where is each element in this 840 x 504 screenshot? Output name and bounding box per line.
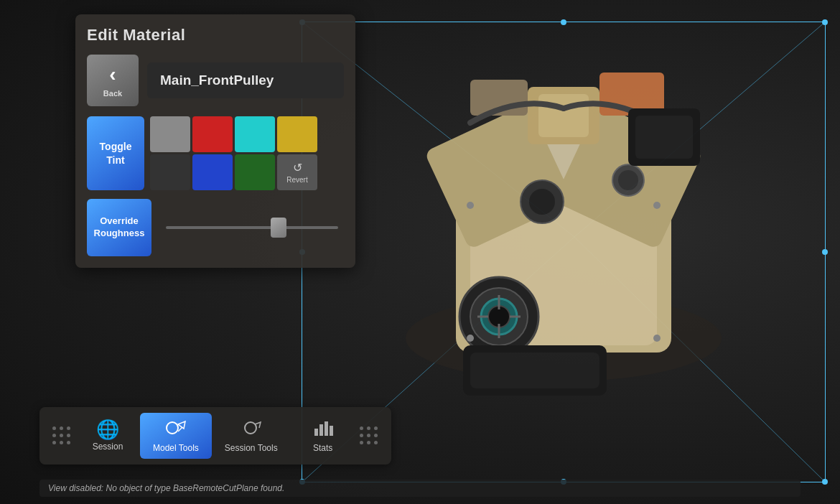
swatch-revert[interactable]: ↺ Revert [277,154,317,190]
toolbar-right-dots [355,426,383,445]
svg-point-25 [618,170,638,190]
svg-point-30 [467,335,474,342]
session-tools-icon [241,419,262,440]
svg-rect-33 [470,353,599,388]
dot [374,441,378,444]
swatch-cyan[interactable] [235,116,275,152]
svg-rect-40 [325,421,328,436]
toggle-tint-label: ToggleTint [100,140,132,166]
dot [60,426,63,430]
dot [67,441,70,444]
dot [52,426,56,430]
dot [360,426,363,430]
dot [374,434,378,437]
svg-rect-41 [330,426,333,436]
override-roughness-label: OverrideRoughness [94,215,145,240]
swatch-dark[interactable] [150,154,190,190]
globe-icon: 🌐 [96,420,119,439]
colors-section: ToggleTint ↺ Revert [87,116,344,190]
engine-model [309,36,818,461]
swatch-red[interactable] [192,116,233,152]
stats-icon [313,419,333,440]
roughness-thumb[interactable] [271,218,286,238]
toolbar-item-stats[interactable]: Stats [291,413,355,459]
svg-point-36 [167,422,178,434]
swatches-grid: ↺ Revert [150,116,317,190]
material-name: Main_FrontPulley [147,62,344,98]
dot [52,434,56,437]
toolbar-left-dots [48,426,75,445]
model-tools-icon [165,419,187,440]
svg-rect-21 [538,94,589,137]
session-tools-label: Session Tools [225,443,278,453]
svg-point-29 [653,202,661,209]
dot [67,426,70,430]
toolbar-item-session[interactable]: 🌐 Session [75,414,140,457]
dot [374,426,378,430]
dot [367,434,370,437]
revert-icon: ↺ [293,161,302,174]
toolbar-item-model-tools[interactable]: Model Tools [140,413,212,459]
dot [60,434,63,437]
dot [67,434,70,437]
model-tools-label: Model Tools [153,443,199,453]
toggle-tint-button[interactable]: ToggleTint [87,116,144,190]
dot [52,441,56,444]
dot [367,426,370,430]
status-message: View disabled: No object of type BaseRem… [48,483,284,493]
svg-rect-35 [635,116,693,159]
session-label: Session [93,442,123,452]
dot [360,441,363,444]
svg-point-37 [245,422,256,434]
swatch-green[interactable] [235,154,275,190]
dot [360,434,363,437]
toolbar-item-session-tools[interactable]: Session Tools [212,413,291,459]
svg-point-31 [653,335,661,342]
svg-point-28 [467,202,474,209]
edit-material-panel: Edit Material ‹ Back Main_FrontPulley To… [75,14,355,268]
override-roughness-button[interactable]: OverrideRoughness [87,199,151,256]
panel-title: Edit Material [87,26,344,45]
dot [60,441,63,444]
roughness-track [166,226,338,229]
dot [367,441,370,444]
back-chevron-icon: ‹ [109,63,116,86]
roughness-slider-wrap [160,226,344,229]
swatch-gray[interactable] [150,116,190,152]
stats-label: Stats [313,443,332,453]
swatch-blue[interactable] [192,154,233,190]
svg-rect-38 [314,429,318,436]
back-button[interactable]: ‹ Back [87,55,139,106]
svg-rect-39 [319,424,323,436]
swatch-yellow[interactable] [277,116,317,152]
back-label: Back [103,89,122,98]
svg-point-23 [529,189,555,215]
revert-label: Revert [286,176,307,184]
back-row: ‹ Back Main_FrontPulley [87,55,344,106]
roughness-section: OverrideRoughness [87,199,344,256]
toolbar: 🌐 Session Model Tools Session Tools [39,407,391,465]
status-bar: View disabled: No object of type BaseRem… [39,480,801,497]
